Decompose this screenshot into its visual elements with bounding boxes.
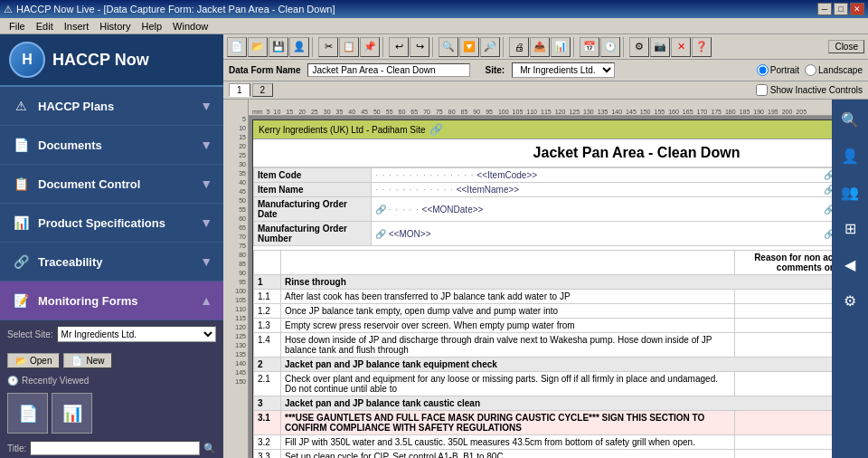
tb-calendar-btn[interactable]: 📅 — [580, 37, 599, 57]
site-select-dropdown[interactable]: Mr Ingredients Ltd. — [57, 326, 216, 342]
doc-thumbnail-1[interactable]: 📄 — [7, 393, 48, 434]
tb-filter-btn[interactable]: 🔽 — [459, 37, 479, 57]
mfg-num-icon1: 🔗 — [375, 229, 386, 239]
hruler-55: 55 — [386, 109, 393, 115]
tb-undo-btn[interactable]: ↩ — [389, 37, 409, 57]
tb-print-btn[interactable]: 🖨 — [509, 37, 529, 57]
tb-copy-btn[interactable]: 📋 — [339, 37, 359, 57]
menu-help[interactable]: Help — [136, 21, 167, 32]
show-inactive-checkbox[interactable] — [756, 84, 768, 96]
menu-insert[interactable]: Insert — [59, 21, 95, 32]
right-person-icon[interactable]: 👥 — [837, 179, 863, 205]
form-title: Jacket Pan Area - Clean Down — [253, 139, 832, 167]
tb-user-btn[interactable]: 👤 — [289, 37, 309, 57]
open-button[interactable]: 📂 Open — [7, 353, 60, 368]
col-header-num — [254, 251, 281, 275]
sidebar-item-document-control[interactable]: 📋 Document Control ▼ — [0, 165, 223, 204]
data-form-name-label: Data Form Name — [229, 65, 300, 75]
menu-history[interactable]: History — [94, 21, 136, 32]
tb-settings-btn[interactable]: ⚙ — [629, 37, 649, 57]
company-link-icon: 🔗 — [429, 123, 443, 136]
vruler-num: 60 — [223, 215, 248, 224]
sidebar-item-haccp-plans[interactable]: ⚠ HACCP Plans ▼ — [0, 87, 223, 126]
right-search-icon[interactable]: 🔍 — [837, 107, 863, 132]
sidebar-item-traceability[interactable]: 🔗 Traceability ▼ — [0, 243, 223, 281]
row-num: 3.3 — [254, 450, 281, 459]
sidebar-item-documents[interactable]: 📄 Documents ▼ — [0, 126, 223, 165]
tb-cut-btn[interactable]: ✂ — [318, 37, 338, 57]
hruler-205: 205 — [796, 109, 807, 115]
hruler-160: 160 — [668, 109, 679, 115]
close-button[interactable]: Close — [828, 40, 864, 53]
hruler-75: 75 — [436, 109, 443, 115]
document-area[interactable]: Kerry Ingredients (UK) Ltd - Padiham Sit… — [249, 116, 832, 458]
portrait-radio[interactable] — [757, 64, 769, 76]
vruler-num: 90 — [223, 270, 248, 279]
row-num: 1.2 — [254, 304, 281, 319]
recently-viewed-row: 🕐 Recently Viewed — [7, 376, 216, 386]
tb-sep4 — [503, 37, 506, 57]
toolbar: 📄 📂 💾 👤 ✂ 📋 📌 ↩ ↪ 🔍 🔽 🔎 🖨 📤 📊 📅 🕐 ⚙ — [223, 34, 868, 60]
tb-sep3 — [432, 37, 436, 57]
maximize-button[interactable]: □ — [834, 3, 848, 15]
right-settings-icon[interactable]: ⚙ — [837, 288, 863, 313]
sidebar-item-product-specifications[interactable]: 📊 Product Specifications ▼ — [0, 204, 223, 243]
right-back-icon[interactable]: ◀ — [837, 252, 863, 277]
portrait-option[interactable]: Portrait — [757, 64, 799, 76]
tb-help-btn[interactable]: ❓ — [692, 37, 712, 57]
title-filter-row: Title: 🔍 — [7, 441, 216, 455]
tb-save-btn[interactable]: 💾 — [269, 37, 288, 57]
menu-window[interactable]: Window — [167, 21, 213, 32]
menu-file[interactable]: File — [4, 21, 31, 32]
row-desc: Once JP balance tank empty, open dump va… — [281, 304, 735, 319]
monitoring-forms-arrow: ▲ — [200, 293, 212, 308]
table-row: 3.2Fill JP with 350L water and 3.5L caus… — [254, 435, 833, 450]
vruler-num: 55 — [223, 206, 248, 215]
tb-export-btn[interactable]: 📤 — [530, 37, 550, 57]
hruler-120: 120 — [555, 109, 566, 115]
landscape-option[interactable]: Landscape — [805, 64, 863, 76]
vruler-num: 145 — [223, 369, 248, 378]
hruler-25: 25 — [311, 109, 318, 115]
page-tabs-bar: 1 2 Show Inactive Controls — [223, 81, 868, 100]
app-icon: ⚠ — [4, 4, 13, 15]
vruler-num: 100 — [223, 288, 248, 297]
tb-new-btn[interactable]: 📄 — [227, 37, 247, 57]
menu-edit[interactable]: Edit — [31, 21, 59, 32]
title-filter-input[interactable] — [30, 441, 200, 455]
tb-zoom-btn[interactable]: 🔎 — [480, 37, 500, 57]
page-tab-1[interactable]: 1 — [229, 83, 250, 97]
tb-search-btn[interactable]: 🔍 — [439, 37, 458, 57]
right-windows-icon[interactable]: ⊞ — [837, 215, 863, 241]
tb-redo-btn[interactable]: ↪ — [410, 37, 429, 57]
site-header-dropdown[interactable]: Mr Ingredients Ltd. — [512, 62, 615, 78]
tb-camera-btn[interactable]: 📷 — [650, 37, 670, 57]
hruler-140: 140 — [611, 109, 622, 115]
tb-clock-btn[interactable]: 🕐 — [600, 37, 620, 57]
tb-paste-btn[interactable]: 📌 — [360, 37, 380, 57]
hruler-150: 150 — [640, 109, 651, 115]
sidebar-item-monitoring-forms[interactable]: 📝 Monitoring Forms ▲ — [0, 281, 223, 320]
mfg-date-row: Manufacturing Order Date 🔗 · · · · · <<M… — [254, 197, 833, 222]
window-close-button[interactable]: ✕ — [850, 3, 864, 15]
minimize-button[interactable]: ─ — [817, 3, 832, 15]
tb-open-btn[interactable]: 📂 — [248, 37, 268, 57]
monitoring-forms-expanded: Select Site: Mr Ingredients Ltd. 📂 Open … — [0, 320, 223, 458]
row-reason — [735, 333, 833, 358]
haccp-plans-label: HACCP Plans — [38, 100, 114, 113]
vruler-num: 85 — [223, 261, 248, 270]
doc-thumbnail-2[interactable]: 📊 — [52, 393, 92, 434]
col-header-reason: Reason for non action or general comment… — [735, 251, 833, 275]
sidebar: H HACCP Now ⚠ HACCP Plans ▼ 📄 Documents … — [0, 34, 223, 458]
mfg-order-date-label: Manufacturing Order Date — [254, 197, 372, 222]
monitoring-forms-label: Monitoring Forms — [38, 294, 138, 308]
page-tab-2[interactable]: 2 — [252, 83, 274, 97]
row-desc: Jacket pan and JP balance tank caustic c… — [281, 396, 833, 411]
title-search-icon[interactable]: 🔍 — [203, 443, 216, 454]
documents-arrow: ▼ — [200, 138, 212, 152]
right-user-icon[interactable]: 👤 — [837, 143, 863, 168]
tb-chart-btn[interactable]: 📊 — [551, 37, 571, 57]
tb-delete-btn[interactable]: ✕ — [671, 37, 691, 57]
new-button[interactable]: 📄 New — [63, 353, 112, 368]
landscape-radio[interactable] — [805, 64, 816, 76]
